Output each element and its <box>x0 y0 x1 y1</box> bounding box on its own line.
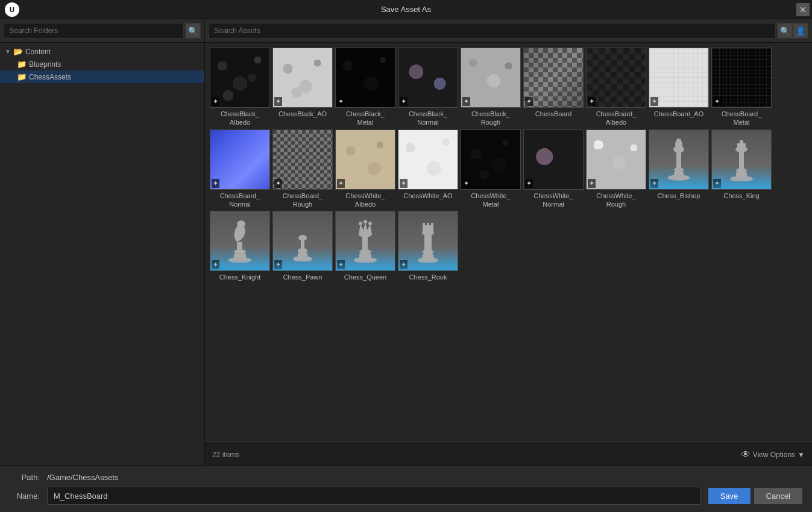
svg-point-24 <box>298 235 307 241</box>
asset-label-chesswhite-albedo: ChessWhite_Albedo <box>345 192 385 209</box>
asset-item-chess-bishop[interactable]: ✦ Chess_Bishop <box>649 130 709 209</box>
asset-thumb-chesswhite-ao: ✦ <box>398 130 458 190</box>
folder-search-button[interactable]: 🔍 <box>185 23 201 39</box>
folder-search-input[interactable] <box>4 23 184 39</box>
dialog-title: Save Asset As <box>381 5 431 14</box>
asset-thumb-chessboard: ✦ <box>523 48 584 108</box>
asset-badge-11: ✦ <box>274 179 282 188</box>
svg-rect-35 <box>423 254 433 260</box>
asset-label-chessblack-rough: ChessBlack_Rough <box>471 110 510 127</box>
view-options-chevron: ▼ <box>798 451 805 459</box>
folder-search-bar: 🔍 <box>0 19 204 43</box>
asset-item-chessblack-albedo[interactable]: ✦ ChessBlack_Albedo <box>210 48 270 127</box>
view-options-icon: 👁 <box>741 449 751 460</box>
asset-search-button[interactable]: 🔍 <box>777 23 793 39</box>
asset-badge-22: ✦ <box>400 260 408 269</box>
name-label: Name: <box>10 492 40 501</box>
asset-badge-6: ✦ <box>525 97 533 106</box>
asset-filter-button[interactable]: 👤 <box>793 23 808 39</box>
asset-item-chess-queen[interactable]: ✦ Chess_Queen <box>335 211 395 281</box>
blueprints-folder-icon: 📁 <box>17 60 27 69</box>
asset-item-chesswhite-metal[interactable]: ✦ ChessWhite_Metal <box>461 130 521 209</box>
asset-badge-2: ✦ <box>274 97 282 106</box>
asset-item-chesswhite-ao[interactable]: ✦ ChessWhite_AO <box>398 130 458 209</box>
tree-item-content[interactable]: ▼ 📂 Content <box>0 45 204 58</box>
asset-thumb-chess-bishop: ✦ <box>649 130 709 190</box>
tree-label-blueprints: Blueprints <box>29 60 61 69</box>
name-input[interactable] <box>47 487 701 505</box>
asset-item-chess-rook[interactable]: ✦ Chess_Rook <box>398 211 458 281</box>
svg-point-15 <box>228 257 251 263</box>
asset-badge-12: ✦ <box>337 179 345 188</box>
asset-badge-7: ✦ <box>588 97 596 106</box>
asset-item-chessblack-normal[interactable]: ✦ ChessBlack_Normal <box>398 48 458 127</box>
asset-thumb-chessblack-metal: ✦ <box>335 48 395 108</box>
tree-arrow-content: ▼ <box>5 48 11 55</box>
asset-thumb-chessblack-normal: ✦ <box>398 48 458 108</box>
svg-point-7 <box>730 176 753 181</box>
svg-point-31 <box>359 222 362 225</box>
svg-rect-14 <box>737 143 746 146</box>
asset-badge-9: ✦ <box>713 97 721 106</box>
asset-label-chesswhite-metal: ChessWhite_Metal <box>471 192 510 209</box>
cancel-button[interactable]: Cancel <box>754 488 802 504</box>
svg-point-34 <box>418 257 438 263</box>
asset-label-chessboard-normal: ChessBoard_Normal <box>220 192 260 209</box>
asset-thumb-chesswhite-metal: ✦ <box>461 130 521 190</box>
asset-badge-17: ✦ <box>650 179 658 188</box>
view-options-button[interactable]: 👁 View Options ▼ <box>741 449 805 460</box>
assets-grid: ✦ ChessBlack_Albedo ✦ ChessBlack_AO ✦ <box>205 43 812 443</box>
asset-label-chess-knight: Chess_Knight <box>219 273 261 281</box>
asset-item-chessboard-albedo[interactable]: ✦ ChessBoard_Albedo <box>586 48 646 127</box>
svg-rect-16 <box>234 254 246 260</box>
asset-item-chesswhite-albedo[interactable]: ✦ ChessWhite_Albedo <box>335 130 395 209</box>
asset-thumb-chesswhite-albedo: ✦ <box>335 130 395 190</box>
asset-label-chessboard: ChessBoard <box>535 110 572 118</box>
svg-rect-40 <box>423 223 425 228</box>
svg-point-19 <box>237 220 245 228</box>
asset-label-chessboard-albedo: ChessBoard_Albedo <box>596 110 637 127</box>
svg-rect-29 <box>362 236 368 252</box>
tree-label-content: Content <box>25 48 51 56</box>
path-row: Path: /Game/ChessAssets <box>10 473 802 482</box>
svg-rect-1 <box>674 172 684 178</box>
bottom-bar: Path: /Game/ChessAssets Name: Save Cance… <box>0 465 812 512</box>
asset-item-chessblack-rough[interactable]: ✦ ChessBlack_Rough <box>461 48 521 127</box>
asset-item-chessblack-ao[interactable]: ✦ ChessBlack_AO <box>272 48 333 127</box>
close-button[interactable]: ✕ <box>796 3 810 16</box>
asset-badge-19: ✦ <box>212 260 219 269</box>
status-bar: 22 items 👁 View Options ▼ <box>205 443 812 465</box>
asset-item-chesswhite-rough[interactable]: ✦ ChessWhite_Rough <box>586 130 646 209</box>
asset-item-chess-knight[interactable]: ✦ Chess_Knight <box>210 211 270 281</box>
asset-item-chessboard-ao[interactable]: ✦ ChessBoard_AO <box>649 48 709 127</box>
name-row: Name: Save Cancel <box>10 487 802 505</box>
tree-item-chessassets[interactable]: 📁 ChessAssets <box>0 70 204 83</box>
title-bar: U Save Asset As ✕ <box>0 0 812 19</box>
svg-point-32 <box>364 220 367 223</box>
asset-item-chessboard-normal[interactable]: ✦ ChessBoard_Normal <box>210 130 270 209</box>
asset-thumb-chess-rook: ✦ <box>398 211 458 271</box>
asset-item-chess-king[interactable]: ✦ Chess_King <box>711 130 772 209</box>
tree-item-blueprints[interactable]: 📁 Blueprints <box>0 58 204 70</box>
asset-item-chessboard-metal[interactable]: ✦ ChessBoard_Metal <box>711 48 772 127</box>
main-content: 🔍 ▼ 📂 Content 📁 Blueprints 📁 ChessAssets <box>0 19 812 465</box>
asset-label-chessboard-ao: ChessBoard_AO <box>654 110 704 118</box>
view-options-label: View Options <box>753 451 795 459</box>
ue-logo-mark: U <box>5 2 19 17</box>
save-button[interactable]: Save <box>708 488 751 504</box>
asset-thumb-chessboard-normal: ✦ <box>210 130 270 190</box>
svg-rect-8 <box>736 172 747 179</box>
asset-item-chesswhite-normal[interactable]: ✦ ChessWhite_Normal <box>523 130 584 209</box>
asset-search-input[interactable] <box>209 23 776 39</box>
asset-item-chessblack-metal[interactable]: ✦ ChessBlack_Metal <box>335 48 395 127</box>
action-buttons: Save Cancel <box>708 488 802 504</box>
svg-rect-42 <box>431 223 433 228</box>
svg-point-6 <box>676 139 681 143</box>
asset-badge-13: ✦ <box>400 179 408 188</box>
asset-item-chessboard-rough[interactable]: ✦ ChessBoard_Rough <box>272 130 333 209</box>
asset-item-chessboard[interactable]: ✦ ChessBoard <box>523 48 584 127</box>
asset-label-chesswhite-ao: ChessWhite_AO <box>403 192 452 200</box>
asset-search-actions: 🔍 👤 <box>777 23 808 39</box>
asset-badge-21: ✦ <box>337 260 345 269</box>
asset-item-chess-pawn[interactable]: ✦ Chess_Pawn <box>272 211 333 281</box>
